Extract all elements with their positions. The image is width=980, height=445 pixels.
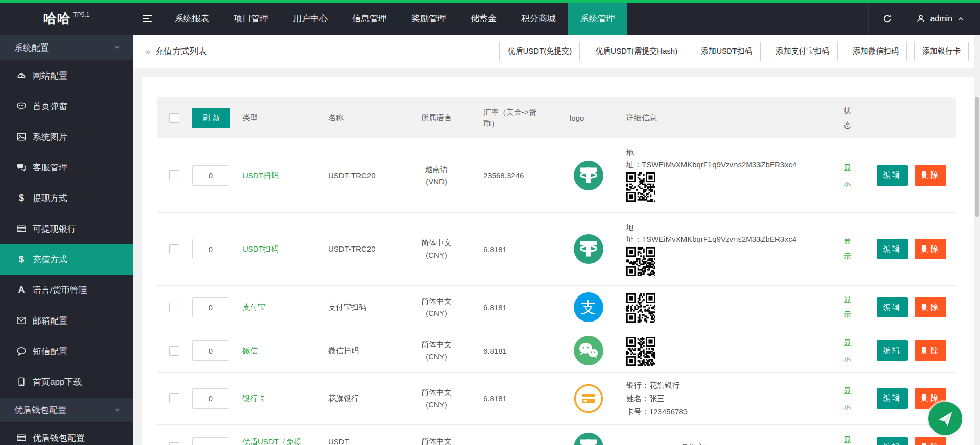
edit-button[interactable]: 编辑: [877, 297, 908, 317]
sort-input[interactable]: [192, 297, 229, 317]
rate-value: 6.8181: [483, 443, 507, 445]
rate-value: 6.8181: [483, 303, 507, 312]
image-icon: [16, 132, 27, 142]
sort-input[interactable]: [192, 437, 229, 445]
page-header-row: » 充值方式列表 优盾USDT(免提交) 优盾USDT(需提交Hash) 添加U…: [133, 35, 980, 68]
sidebar-item-customer-service[interactable]: 客服管理: [0, 152, 133, 183]
sidebar-item-label: 客服管理: [33, 162, 67, 174]
sidebar-item-label: 系统图片: [33, 131, 67, 143]
type-link[interactable]: 微信: [242, 345, 258, 356]
customer-service-float-button[interactable]: [928, 402, 962, 435]
edit-button[interactable]: 编辑: [877, 340, 908, 361]
sidebar-group-udun-wallet[interactable]: 优盾钱包配置: [0, 397, 133, 423]
nav-item-users[interactable]: 用户中心: [281, 3, 340, 35]
row-checkbox[interactable]: [169, 244, 179, 254]
qr-code-image: [626, 337, 655, 366]
add-wechat-qr-button[interactable]: 添加微信扫码: [845, 42, 907, 61]
sidebar-item-withdraw-banks[interactable]: 可提现银行: [0, 213, 133, 244]
row-checkbox[interactable]: [169, 303, 179, 312]
status-badge: 显示: [844, 160, 851, 191]
bank-card-icon: [16, 433, 27, 443]
page-title: 充值方式列表: [155, 45, 207, 57]
nav-item-rewards[interactable]: 奖励管理: [399, 3, 458, 35]
tether-usdt-logo: [574, 433, 603, 445]
name-text: USDT-TRC20: [328, 243, 376, 255]
sidebar-item-label: 语言/货币管理: [33, 284, 87, 296]
sort-input[interactable]: [192, 388, 229, 409]
detail-text: 址：TSWEiMvXMKbqrF1q9Vzvns2M33ZbER3xc4: [626, 233, 796, 245]
sort-input[interactable]: [192, 340, 229, 361]
bank-card-logo: [574, 384, 603, 413]
row-checkbox[interactable]: [169, 393, 179, 403]
type-link[interactable]: USDT扫码: [242, 243, 279, 255]
collapse-menu-icon[interactable]: [133, 3, 162, 35]
refresh-table-button[interactable]: 刷新: [192, 108, 230, 128]
row-checkbox[interactable]: [169, 170, 179, 180]
row-checkbox[interactable]: [169, 346, 179, 356]
qr-code-image: [626, 247, 655, 276]
add-usdt-qr-button[interactable]: 添加USDT扫码: [693, 42, 761, 61]
select-all-checkbox[interactable]: [169, 113, 179, 123]
app-logo: 哈哈 TP5.1: [0, 3, 133, 35]
wechat-logo: [574, 336, 603, 365]
add-alipay-qr-button[interactable]: 添加支付宝扫码: [768, 42, 838, 61]
user-menu[interactable]: admin: [905, 3, 980, 35]
sidebar-item-withdraw-method[interactable]: $ 提现方式: [0, 183, 133, 213]
table-row: 优盾USDT（免提 交） USDT- TRC20 简体中文(CNY) 6.818…: [157, 425, 956, 445]
sidebar-item-home-popup[interactable]: 首页弹窗: [0, 91, 133, 121]
sidebar-group-system-config[interactable]: 系统配置: [0, 35, 133, 60]
edit-button[interactable]: 编辑: [877, 388, 908, 409]
sidebar-item-label: 首页app下载: [33, 376, 82, 388]
type-link[interactable]: 优盾USDT（免提 交）: [242, 436, 302, 445]
name-text: 花旗银行: [328, 393, 359, 404]
header-details: 详细信息: [612, 97, 832, 138]
udun-usdt-hash-button[interactable]: 优盾USDT(需提交Hash): [587, 42, 685, 61]
scrollbar-thumb[interactable]: [975, 97, 979, 217]
main-nav-menu: 系统报表 项目管理 用户中心 信息管理 奖励管理 储蓄金 积分商城 系统管理: [162, 3, 627, 35]
header-language: 所属语言: [406, 97, 467, 138]
nav-item-projects[interactable]: 项目管理: [222, 3, 281, 35]
udun-usdt-no-submit-button[interactable]: 优盾USDT(免提交): [499, 42, 580, 61]
name-text: 微信扫码: [328, 345, 359, 356]
edit-button[interactable]: 编辑: [877, 437, 908, 445]
delete-button[interactable]: 删除: [915, 165, 946, 186]
delete-button[interactable]: 删除: [915, 239, 946, 259]
delete-button[interactable]: 删除: [915, 340, 946, 361]
delete-button[interactable]: 删除: [915, 297, 946, 317]
gauge-icon: [16, 70, 27, 81]
refresh-button[interactable]: [868, 3, 905, 35]
type-link[interactable]: 支付宝: [242, 302, 265, 313]
nav-item-info[interactable]: 信息管理: [340, 3, 399, 35]
sidebar-item-label: 提现方式: [33, 192, 67, 204]
sidebar-item-label: 网站配置: [33, 70, 67, 82]
sort-input[interactable]: [192, 239, 229, 259]
type-link[interactable]: USDT扫码: [242, 170, 279, 181]
sort-input[interactable]: [192, 165, 229, 186]
sidebar-item-language-currency[interactable]: A 语言/货币管理: [0, 275, 133, 305]
header-name: 名称: [322, 97, 406, 138]
type-link[interactable]: 银行卡: [242, 393, 265, 404]
row-checkbox[interactable]: [169, 442, 179, 445]
sidebar-item-email-config[interactable]: 邮箱配置: [0, 305, 133, 336]
table-row: 微信 微信扫码 简体中文(CNY) 6.8181 显示 编辑 删除: [157, 329, 956, 373]
edit-button[interactable]: 编辑: [877, 239, 908, 259]
delete-button[interactable]: 删除: [915, 437, 946, 445]
sidebar-item-sms-config[interactable]: 短信配置: [0, 336, 133, 366]
name-text: USDT- TRC20: [328, 436, 353, 445]
sidebar-item-udun-wallet-config[interactable]: 优盾钱包配置: [0, 423, 133, 445]
sidebar-item-recharge-method[interactable]: $ 充值方式: [0, 244, 133, 275]
status-badge: 显示: [844, 292, 851, 323]
nav-item-system-management[interactable]: 系统管理: [568, 3, 627, 35]
sidebar-item-label: 邮箱配置: [33, 315, 67, 327]
sidebar-item-website-config[interactable]: 网站配置: [0, 60, 133, 91]
nav-item-reports[interactable]: 系统报表: [162, 3, 222, 35]
nav-item-savings[interactable]: 储蓄金: [458, 3, 509, 35]
sidebar-item-app-download[interactable]: 首页app下载: [0, 366, 133, 397]
status-badge: 显示: [844, 234, 851, 264]
font-a-icon: A: [16, 285, 27, 295]
breadcrumb-arrow-icon: »: [145, 46, 150, 57]
add-bank-card-button[interactable]: 添加银行卡: [914, 42, 969, 61]
edit-button[interactable]: 编辑: [877, 165, 908, 186]
nav-item-points-mall[interactable]: 积分商城: [509, 3, 568, 35]
sidebar-item-system-images[interactable]: 系统图片: [0, 121, 133, 152]
